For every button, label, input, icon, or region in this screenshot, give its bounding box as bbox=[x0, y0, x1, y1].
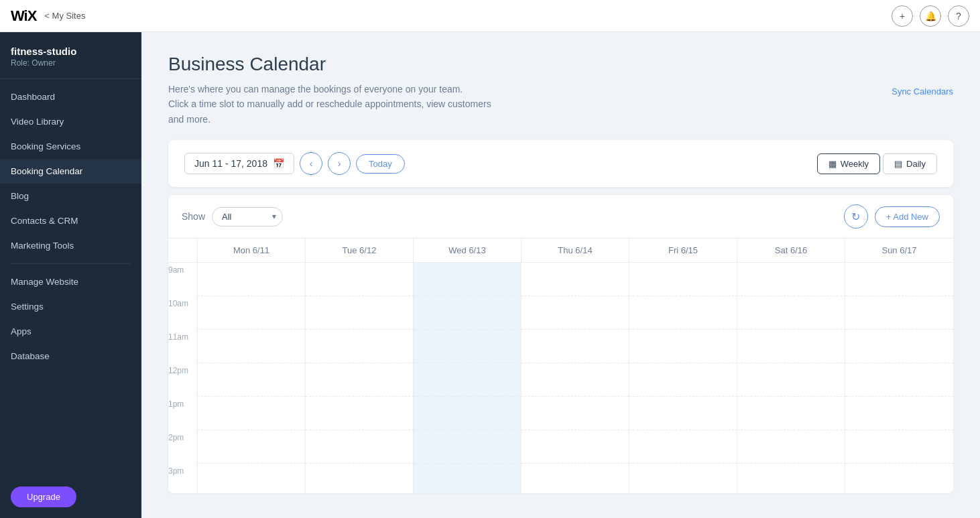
cell-sat-3pm[interactable] bbox=[737, 464, 845, 493]
daily-icon: ▤ bbox=[894, 159, 902, 169]
cell-wed-3pm[interactable] bbox=[414, 464, 522, 493]
nav-divider bbox=[11, 263, 131, 264]
cell-thu-2pm[interactable] bbox=[522, 430, 629, 464]
cell-thu-12pm[interactable] bbox=[522, 363, 629, 397]
sidebar-item-manage-website[interactable]: Manage Website bbox=[0, 269, 141, 294]
filter-right: ↻ + Add New bbox=[844, 204, 940, 229]
cell-thu-11am[interactable] bbox=[522, 330, 629, 363]
cell-fri-11am[interactable] bbox=[629, 330, 737, 363]
weekly-label: Weekly bbox=[841, 159, 869, 169]
add-new-button[interactable]: + Add New bbox=[875, 206, 940, 227]
col-header-sun: Sun 6/17 bbox=[845, 239, 953, 263]
filter-row: Show All Confirmed Pending Cancelled ↻ +… bbox=[168, 195, 953, 239]
sidebar-item-booking-calendar[interactable]: Booking Calendar bbox=[0, 159, 141, 184]
cell-wed-11am[interactable] bbox=[414, 330, 522, 363]
cell-sun-12pm[interactable] bbox=[845, 363, 953, 397]
sidebar-item-settings[interactable]: Settings bbox=[0, 294, 141, 319]
cell-mon-12pm[interactable] bbox=[198, 363, 306, 397]
cell-mon-11am[interactable] bbox=[198, 330, 306, 363]
cell-fri-10am[interactable] bbox=[629, 296, 737, 330]
upgrade-button[interactable]: Upgrade bbox=[11, 487, 76, 507]
sidebar-item-dashboard[interactable]: Dashboard bbox=[0, 84, 141, 109]
cell-sun-1pm[interactable] bbox=[845, 397, 953, 430]
filter-select[interactable]: All Confirmed Pending Cancelled bbox=[212, 207, 283, 226]
cell-sun-11am[interactable] bbox=[845, 330, 953, 363]
cell-sat-2pm[interactable] bbox=[737, 430, 845, 464]
cell-wed-2pm[interactable] bbox=[414, 430, 522, 464]
topbar-right: + 🔔 ? bbox=[892, 5, 969, 27]
cell-sat-11am[interactable] bbox=[737, 330, 845, 363]
sidebar-item-database[interactable]: Database bbox=[0, 344, 141, 369]
calendar-controls-card: Jun 11 - 17, 2018 📅 ‹ › Today ▦ Weekly ▤… bbox=[168, 140, 953, 187]
cell-fri-1pm[interactable] bbox=[629, 397, 737, 430]
cell-sun-2pm[interactable] bbox=[845, 430, 953, 464]
show-label: Show bbox=[182, 211, 205, 222]
time-12pm: 12pm bbox=[168, 363, 198, 397]
cell-tue-1pm[interactable] bbox=[306, 397, 414, 430]
cell-tue-10am[interactable] bbox=[306, 296, 414, 330]
cell-mon-10am[interactable] bbox=[198, 296, 306, 330]
filter-left: Show All Confirmed Pending Cancelled bbox=[182, 207, 283, 226]
date-range-text: Jun 11 - 17, 2018 bbox=[194, 158, 267, 169]
sidebar-item-apps[interactable]: Apps bbox=[0, 319, 141, 344]
cell-thu-10am[interactable] bbox=[522, 296, 629, 330]
date-range-box: Jun 11 - 17, 2018 📅 bbox=[184, 153, 294, 174]
sidebar-item-marketing-tools[interactable]: Marketing Tools bbox=[0, 233, 141, 258]
sync-calendars-link[interactable]: Sync Calendars bbox=[892, 86, 953, 96]
cell-sat-1pm[interactable] bbox=[737, 397, 845, 430]
time-11am: 11am bbox=[168, 330, 198, 363]
cell-fri-9am[interactable] bbox=[629, 263, 737, 296]
date-nav: Jun 11 - 17, 2018 📅 ‹ › Today bbox=[184, 152, 405, 175]
cell-sun-3pm[interactable] bbox=[845, 464, 953, 493]
sidebar-item-booking-services[interactable]: Booking Services bbox=[0, 134, 141, 159]
cell-sat-10am[interactable] bbox=[737, 296, 845, 330]
cell-wed-12pm[interactable] bbox=[414, 363, 522, 397]
notifications-button[interactable]: 🔔 bbox=[920, 5, 941, 27]
page-subtitle: Here's where you can manage the bookings… bbox=[168, 82, 570, 127]
cell-sat-9am[interactable] bbox=[737, 263, 845, 296]
cell-sun-10am[interactable] bbox=[845, 296, 953, 330]
weekly-icon: ▦ bbox=[829, 159, 837, 169]
cell-sat-12pm[interactable] bbox=[737, 363, 845, 397]
view-toggle: ▦ Weekly ▤ Daily bbox=[817, 153, 937, 174]
cell-mon-2pm[interactable] bbox=[198, 430, 306, 464]
sidebar: fitness-studio Role: Owner Dashboard Vid… bbox=[0, 32, 141, 518]
cell-mon-9am[interactable] bbox=[198, 263, 306, 296]
cell-tue-11am[interactable] bbox=[306, 330, 414, 363]
cell-wed-9am[interactable] bbox=[414, 263, 522, 296]
cell-wed-10am[interactable] bbox=[414, 296, 522, 330]
page-title: Business Calendar bbox=[168, 54, 953, 75]
prev-week-button[interactable]: ‹ bbox=[300, 152, 322, 175]
cell-mon-1pm[interactable] bbox=[198, 397, 306, 430]
my-sites-link[interactable]: < My Sites bbox=[44, 11, 85, 21]
sidebar-item-blog[interactable]: Blog bbox=[0, 184, 141, 208]
cell-tue-9am[interactable] bbox=[306, 263, 414, 296]
sidebar-bottom: Upgrade bbox=[0, 476, 141, 518]
site-role: Role: Owner bbox=[11, 58, 131, 68]
calendar-filter-card: Show All Confirmed Pending Cancelled ↻ +… bbox=[168, 195, 953, 493]
cell-wed-1pm[interactable] bbox=[414, 397, 522, 430]
cell-thu-9am[interactable] bbox=[522, 263, 629, 296]
cell-fri-3pm[interactable] bbox=[629, 464, 737, 493]
cell-thu-1pm[interactable] bbox=[522, 397, 629, 430]
time-header-empty bbox=[168, 239, 198, 263]
cell-tue-2pm[interactable] bbox=[306, 430, 414, 464]
sidebar-item-contacts-crm[interactable]: Contacts & CRM bbox=[0, 208, 141, 233]
site-info: fitness-studio Role: Owner bbox=[0, 32, 141, 79]
cell-fri-2pm[interactable] bbox=[629, 430, 737, 464]
add-button[interactable]: + bbox=[892, 5, 913, 27]
cell-mon-3pm[interactable] bbox=[198, 464, 306, 493]
help-button[interactable]: ? bbox=[948, 5, 969, 27]
cell-fri-12pm[interactable] bbox=[629, 363, 737, 397]
weekly-view-button[interactable]: ▦ Weekly bbox=[817, 153, 880, 174]
cell-tue-3pm[interactable] bbox=[306, 464, 414, 493]
sidebar-item-video-library[interactable]: Video Library bbox=[0, 109, 141, 134]
daily-label: Daily bbox=[906, 159, 926, 169]
refresh-button[interactable]: ↻ bbox=[844, 204, 868, 229]
today-button[interactable]: Today bbox=[356, 154, 405, 174]
cell-thu-3pm[interactable] bbox=[522, 464, 629, 493]
cell-sun-9am[interactable] bbox=[845, 263, 953, 296]
daily-view-button[interactable]: ▤ Daily bbox=[883, 153, 937, 174]
next-week-button[interactable]: › bbox=[328, 152, 351, 175]
cell-tue-12pm[interactable] bbox=[306, 363, 414, 397]
